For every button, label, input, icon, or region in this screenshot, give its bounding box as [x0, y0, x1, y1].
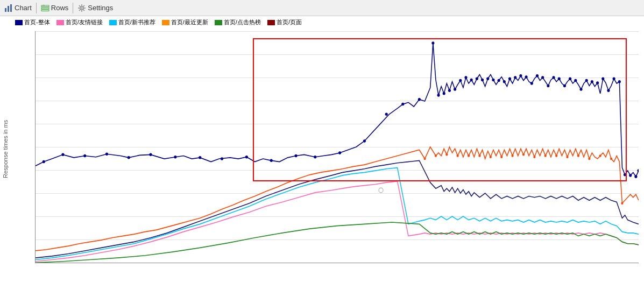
- svg-point-66: [607, 89, 610, 93]
- legend-item-2: 首页/新书推荐: [109, 18, 155, 26]
- legend-color-1: [56, 20, 64, 25]
- svg-point-18: [83, 154, 86, 158]
- y-axis-label: Response times in ms: [0, 16, 11, 282]
- settings-tab[interactable]: Settings: [77, 4, 113, 12]
- chart-inner: 首页-整体 首页/友情链接 首页/新书推荐 首页/最近更新 首页/点击热榜 首页…: [11, 16, 644, 282]
- chart-plot[interactable]: 600 540 480 420 360 300 240 180 120 60 0: [35, 31, 639, 263]
- svg-rect-1: [8, 6, 9, 12]
- divider1: [36, 3, 37, 13]
- svg-point-38: [454, 88, 456, 91]
- line-yemian: [36, 160, 639, 258]
- svg-point-28: [314, 156, 316, 159]
- svg-point-62: [585, 79, 588, 82]
- svg-point-84: [544, 154, 547, 157]
- toolbar: Chart Rows Settings: [0, 0, 644, 16]
- svg-point-50: [519, 74, 522, 77]
- svg-point-23: [199, 156, 201, 159]
- legend-color-0: [15, 20, 23, 25]
- legend-label-1: 首页/友情链接: [66, 18, 103, 26]
- svg-point-86: [566, 156, 568, 158]
- grid-10: [36, 263, 639, 263]
- svg-point-41: [470, 79, 473, 82]
- svg-point-73: [424, 158, 426, 160]
- svg-point-27: [295, 154, 298, 158]
- svg-point-70: [629, 174, 632, 177]
- svg-point-48: [508, 77, 511, 80]
- svg-point-29: [338, 151, 341, 154]
- svg-line-12: [79, 5, 80, 6]
- svg-rect-0: [5, 8, 6, 12]
- dots-zhengti: [43, 41, 639, 178]
- svg-point-89: [599, 154, 601, 157]
- svg-rect-5: [41, 10, 49, 11]
- chart-svg: [36, 31, 639, 263]
- svg-point-45: [492, 79, 494, 82]
- rows-label: Rows: [51, 4, 69, 12]
- svg-point-51: [525, 75, 528, 79]
- svg-point-21: [149, 153, 152, 157]
- svg-point-43: [481, 79, 484, 82]
- svg-point-25: [245, 156, 248, 159]
- line-xinshu: [36, 168, 639, 260]
- svg-point-39: [459, 79, 462, 82]
- svg-point-24: [221, 157, 223, 160]
- svg-point-37: [448, 89, 451, 93]
- legend-row: 首页-整体 首页/友情链接 首页/新书推荐 首页/最近更新 首页/点击热榜 首页…: [11, 16, 644, 29]
- svg-point-75: [445, 153, 448, 156]
- line-zuijin: [36, 147, 639, 251]
- legend-item-4: 首页/点击热榜: [215, 18, 261, 26]
- rows-tab[interactable]: Rows: [41, 4, 69, 12]
- svg-point-42: [476, 77, 478, 80]
- svg-point-44: [486, 77, 489, 80]
- settings-label: Settings: [88, 4, 113, 12]
- svg-point-54: [541, 76, 544, 79]
- svg-point-83: [533, 156, 535, 158]
- legend-item-1: 首页/友情链接: [56, 18, 103, 26]
- svg-point-55: [547, 84, 549, 88]
- legend-item-3: 首页/最近更新: [162, 18, 208, 26]
- chart-tab[interactable]: Chart: [4, 4, 32, 12]
- legend-label-3: 首页/最近更新: [171, 18, 208, 26]
- svg-point-22: [174, 156, 176, 159]
- legend-label-5: 首页/页面: [277, 18, 302, 26]
- legend-label-0: 首页-整体: [24, 18, 50, 26]
- svg-point-67: [613, 77, 615, 80]
- svg-point-79: [490, 156, 492, 158]
- rows-icon: [41, 4, 49, 12]
- svg-point-57: [558, 77, 561, 80]
- svg-point-90: [610, 158, 612, 160]
- svg-point-87: [577, 154, 579, 157]
- chart-area: Response times in ms 首页-整体 首页/友情链接 首页/新书…: [0, 16, 644, 282]
- settings-icon: [77, 4, 86, 12]
- svg-point-56: [552, 76, 555, 79]
- legend-color-5: [267, 20, 275, 25]
- svg-point-47: [503, 80, 506, 83]
- svg-point-68: [618, 80, 621, 83]
- svg-point-59: [569, 77, 571, 80]
- dots-zuijin: [424, 153, 624, 205]
- svg-point-30: [363, 139, 366, 143]
- svg-point-91: [621, 202, 623, 205]
- svg-line-14: [83, 5, 84, 6]
- svg-point-49: [514, 76, 516, 79]
- svg-point-16: [43, 160, 45, 164]
- svg-point-36: [443, 92, 445, 95]
- svg-point-78: [478, 154, 480, 157]
- svg-point-52: [530, 82, 533, 85]
- svg-line-15: [79, 9, 80, 10]
- chart-label: Chart: [15, 4, 32, 12]
- legend-color-3: [162, 20, 169, 25]
- svg-point-85: [555, 154, 557, 157]
- svg-point-77: [468, 154, 470, 157]
- svg-point-26: [270, 159, 273, 163]
- svg-point-58: [563, 84, 566, 88]
- svg-point-35: [437, 94, 440, 97]
- svg-point-76: [457, 154, 459, 157]
- svg-rect-4: [41, 8, 49, 9]
- svg-point-69: [624, 173, 626, 177]
- svg-point-20: [128, 156, 130, 159]
- svg-point-65: [601, 77, 604, 80]
- svg-point-74: [435, 154, 437, 157]
- line-zhengti: [36, 43, 639, 177]
- svg-point-19: [105, 152, 108, 156]
